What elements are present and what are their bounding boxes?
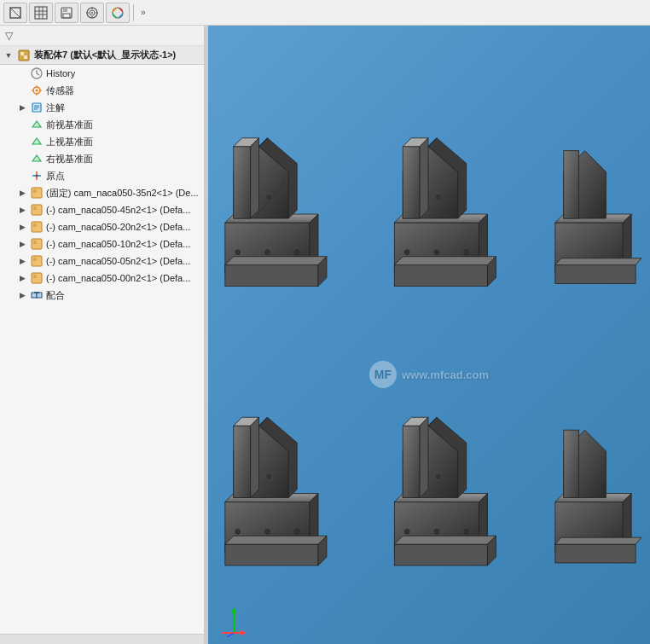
svg-point-71 <box>265 194 272 200</box>
tree-item-part4[interactable]: ▶ (-) cam_naca050-10n2<1> (Defa... <box>0 235 204 252</box>
sketch-button[interactable] <box>3 3 27 23</box>
part3-expand[interactable]: ▶ <box>17 222 27 232</box>
save-button[interactable] <box>55 3 78 23</box>
svg-marker-103 <box>251 417 259 497</box>
part3-label: (-) cam_naca050-20n2<1> (Defa... <box>46 222 190 232</box>
right-plane-icon <box>30 152 44 165</box>
svg-rect-93 <box>555 265 635 284</box>
toolbar-separator <box>133 4 134 21</box>
svg-rect-2 <box>35 7 47 19</box>
tree-root-expand[interactable]: ▼ <box>3 50 14 61</box>
tree-item-sensor[interactable]: 传感器 <box>0 82 204 99</box>
svg-point-12 <box>91 12 93 14</box>
svg-marker-94 <box>555 258 641 265</box>
annotation-label: 注解 <box>46 102 65 114</box>
tree-item-mate[interactable]: ▶ 配合 <box>0 287 204 304</box>
svg-point-68 <box>264 250 270 255</box>
sensor-icon <box>30 84 44 97</box>
svg-rect-104 <box>225 544 318 566</box>
top-plane-icon <box>30 135 44 148</box>
annotation-icon <box>30 101 44 114</box>
filter-icon: ▽ <box>5 30 13 42</box>
svg-marker-119 <box>420 417 428 497</box>
svg-rect-47 <box>33 241 37 244</box>
top-plane-expand <box>17 136 27 147</box>
svg-marker-121 <box>394 536 496 544</box>
svg-marker-63 <box>251 138 259 218</box>
color-button[interactable] <box>106 3 130 23</box>
svg-point-124 <box>434 529 439 534</box>
svg-rect-52 <box>32 293 37 298</box>
svg-rect-92 <box>564 151 579 218</box>
svg-marker-35 <box>32 138 41 144</box>
table-button[interactable] <box>29 3 53 23</box>
svg-rect-64 <box>225 265 318 287</box>
part1-label: (固定) cam_naca050-35n2<1> (De... <box>46 187 199 200</box>
part6-label: (-) cam_naca050-00n2<1> (Defa... <box>46 273 190 283</box>
mate-label: 配合 <box>46 289 65 302</box>
tree-item-front-plane[interactable]: 前视基准面 <box>0 116 204 133</box>
svg-rect-131 <box>564 430 579 497</box>
part5-icon <box>30 254 44 268</box>
part4-label: (-) cam_naca050-10n2<1> (Defa... <box>46 239 190 249</box>
target-button[interactable] <box>80 3 104 23</box>
right-plane-expand <box>17 154 27 164</box>
tree-root-header[interactable]: ▼ 装配体7 (默认<默认_显示状态-1>) <box>0 46 204 65</box>
svg-rect-51 <box>33 275 37 278</box>
svg-marker-65 <box>225 257 327 265</box>
part6-expand[interactable]: ▶ <box>17 273 27 283</box>
toolbar-more-button[interactable]: » <box>137 8 149 17</box>
svg-rect-81 <box>394 265 487 287</box>
tree-item-history[interactable]: History <box>0 65 204 82</box>
sensor-expand <box>17 85 27 96</box>
part1-expand[interactable]: ▶ <box>17 188 27 198</box>
history-icon <box>30 67 44 80</box>
svg-point-67 <box>235 250 241 255</box>
part2-expand[interactable]: ▶ <box>17 205 27 215</box>
svg-point-110 <box>265 473 272 480</box>
tree-item-part1[interactable]: ▶ (固定) cam_naca050-35n2<1> (De... <box>0 184 204 201</box>
tree-item-part6[interactable]: ▶ (-) cam_naca050-00n2<1> (Defa... <box>0 270 204 287</box>
svg-point-69 <box>294 250 299 255</box>
front-plane-expand <box>17 119 27 130</box>
tree-item-annotation[interactable]: ▶ 注解 <box>0 99 204 116</box>
mate-expand[interactable]: ▶ <box>17 290 27 300</box>
svg-point-126 <box>435 473 442 480</box>
svg-rect-8 <box>63 8 67 12</box>
svg-rect-78 <box>403 147 420 218</box>
sensor-label: 传感器 <box>46 84 74 97</box>
svg-rect-20 <box>24 55 27 59</box>
tree-item-right-plane[interactable]: 右视基准面 <box>0 150 204 167</box>
3d-viewport[interactable]: MF www.mfcad.com <box>208 26 650 644</box>
svg-rect-117 <box>403 426 420 497</box>
svg-rect-45 <box>33 223 37 227</box>
part2-label: (-) cam_naca050-45n2<1> (Defa... <box>46 205 190 215</box>
part1-icon <box>30 186 44 200</box>
origin-expand <box>17 171 27 181</box>
part4-expand[interactable]: ▶ <box>17 239 27 249</box>
part5-expand[interactable]: ▶ <box>17 256 27 266</box>
tree-item-top-plane[interactable]: 上视基准面 <box>0 133 204 150</box>
svg-point-87 <box>435 194 442 200</box>
svg-rect-49 <box>33 258 37 261</box>
svg-point-107 <box>235 529 241 534</box>
svg-line-23 <box>37 73 39 75</box>
svg-marker-34 <box>32 121 41 127</box>
part5-label: (-) cam_naca050-05n2<1> (Defa... <box>46 256 190 266</box>
tree-item-part5[interactable]: ▶ (-) cam_naca050-05n2<1> (Defa... <box>0 252 204 270</box>
annotation-expand[interactable]: ▶ <box>17 102 27 113</box>
svg-rect-43 <box>33 206 37 210</box>
svg-point-86 <box>464 250 469 255</box>
tree-item-part2[interactable]: ▶ (-) cam_naca050-45n2<1> (Defa... <box>0 201 204 218</box>
svg-point-125 <box>464 529 469 534</box>
coordinate-axes <box>217 603 251 637</box>
tree-item-origin[interactable]: 原点 <box>0 167 204 184</box>
svg-marker-80 <box>420 138 428 218</box>
origin-label: 原点 <box>46 170 65 183</box>
svg-rect-101 <box>234 426 251 497</box>
svg-point-108 <box>264 529 270 534</box>
tree-root-label: 装配体7 (默认<默认_显示状态-1>) <box>34 49 176 61</box>
svg-rect-53 <box>37 293 42 298</box>
svg-point-25 <box>36 90 38 92</box>
tree-item-part3[interactable]: ▶ (-) cam_naca050-20n2<1> (Defa... <box>0 218 204 235</box>
